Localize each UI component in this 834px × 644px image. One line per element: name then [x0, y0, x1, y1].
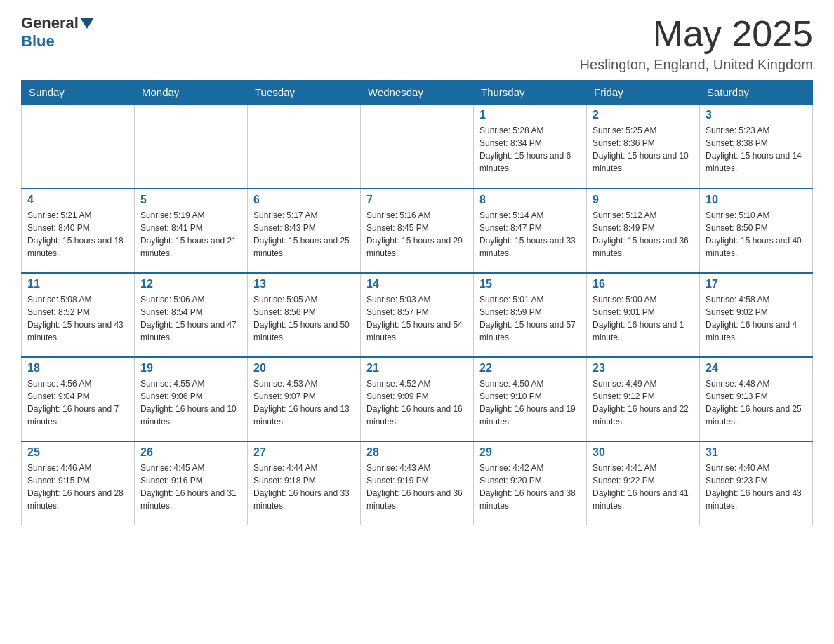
day-number: 15 [479, 278, 581, 290]
calendar-week-row: 11Sunrise: 5:08 AM Sunset: 8:52 PM Dayli… [22, 273, 813, 357]
day-number: 29 [479, 446, 581, 459]
day-number: 16 [593, 278, 694, 290]
day-info: Sunrise: 4:48 AM Sunset: 9:13 PM Dayligh… [706, 377, 807, 428]
calendar-cell: 25Sunrise: 4:46 AM Sunset: 9:15 PM Dayli… [22, 441, 135, 525]
day-number: 28 [366, 446, 468, 459]
page-header: General Blue May 2025 Heslington, Englan… [21, 14, 813, 73]
col-header-thursday: Thursday [474, 81, 587, 105]
day-info: Sunrise: 4:44 AM Sunset: 9:18 PM Dayligh… [253, 462, 355, 512]
col-header-saturday: Saturday [700, 81, 813, 105]
calendar-cell: 18Sunrise: 4:56 AM Sunset: 9:04 PM Dayli… [22, 357, 135, 441]
col-header-wednesday: Wednesday [361, 81, 474, 105]
day-number: 24 [706, 362, 807, 375]
day-info: Sunrise: 5:10 AM Sunset: 8:50 PM Dayligh… [706, 209, 807, 260]
day-info: Sunrise: 4:40 AM Sunset: 9:23 PM Dayligh… [706, 462, 807, 512]
calendar-week-row: 4Sunrise: 5:21 AM Sunset: 8:40 PM Daylig… [22, 189, 813, 273]
day-number: 3 [706, 109, 807, 121]
day-number: 27 [253, 446, 355, 459]
day-number: 19 [140, 362, 241, 375]
calendar-cell: 4Sunrise: 5:21 AM Sunset: 8:40 PM Daylig… [22, 189, 135, 273]
calendar-cell: 16Sunrise: 5:00 AM Sunset: 9:01 PM Dayli… [587, 273, 700, 357]
calendar-week-row: 25Sunrise: 4:46 AM Sunset: 9:15 PM Dayli… [22, 441, 813, 525]
calendar-cell: 7Sunrise: 5:16 AM Sunset: 8:45 PM Daylig… [361, 189, 474, 273]
day-info: Sunrise: 5:01 AM Sunset: 8:59 PM Dayligh… [479, 293, 581, 344]
calendar-cell: 8Sunrise: 5:14 AM Sunset: 8:47 PM Daylig… [474, 189, 587, 273]
calendar-cell: 26Sunrise: 4:45 AM Sunset: 9:16 PM Dayli… [135, 441, 248, 525]
logo-blue-text: Blue [21, 32, 55, 50]
day-info: Sunrise: 4:56 AM Sunset: 9:04 PM Dayligh… [27, 377, 128, 428]
day-number: 7 [366, 194, 468, 206]
day-info: Sunrise: 4:53 AM Sunset: 9:07 PM Dayligh… [253, 377, 355, 428]
calendar-cell [361, 105, 474, 189]
day-info: Sunrise: 4:46 AM Sunset: 9:15 PM Dayligh… [27, 462, 128, 512]
calendar-cell: 23Sunrise: 4:49 AM Sunset: 9:12 PM Dayli… [587, 357, 700, 441]
logo-general-text: General [21, 14, 79, 32]
calendar-week-row: 1Sunrise: 5:28 AM Sunset: 8:34 PM Daylig… [22, 105, 813, 189]
calendar-cell: 21Sunrise: 4:52 AM Sunset: 9:09 PM Dayli… [361, 357, 474, 441]
calendar-cell: 28Sunrise: 4:43 AM Sunset: 9:19 PM Dayli… [361, 441, 474, 525]
day-info: Sunrise: 4:42 AM Sunset: 9:20 PM Dayligh… [479, 462, 581, 512]
day-number: 6 [253, 194, 355, 206]
calendar-cell [135, 105, 248, 189]
day-info: Sunrise: 5:08 AM Sunset: 8:52 PM Dayligh… [27, 293, 128, 344]
day-number: 17 [706, 278, 807, 290]
day-number: 23 [593, 362, 694, 375]
day-number: 2 [593, 109, 694, 121]
day-number: 20 [253, 362, 355, 375]
logo-triangle-icon [80, 18, 94, 29]
month-title: May 2025 [580, 14, 813, 54]
day-number: 31 [706, 446, 807, 459]
day-number: 30 [593, 446, 694, 459]
day-number: 14 [366, 278, 468, 290]
day-info: Sunrise: 5:03 AM Sunset: 8:57 PM Dayligh… [366, 293, 468, 344]
calendar-cell: 2Sunrise: 5:25 AM Sunset: 8:36 PM Daylig… [587, 105, 700, 189]
calendar-cell: 31Sunrise: 4:40 AM Sunset: 9:23 PM Dayli… [700, 441, 813, 525]
col-header-sunday: Sunday [22, 81, 135, 105]
calendar-cell: 13Sunrise: 5:05 AM Sunset: 8:56 PM Dayli… [248, 273, 361, 357]
day-info: Sunrise: 5:12 AM Sunset: 8:49 PM Dayligh… [593, 209, 694, 260]
day-info: Sunrise: 5:28 AM Sunset: 8:34 PM Dayligh… [479, 124, 581, 175]
day-info: Sunrise: 4:49 AM Sunset: 9:12 PM Dayligh… [593, 377, 694, 428]
day-number: 21 [366, 362, 468, 375]
day-number: 8 [479, 194, 581, 206]
day-number: 4 [27, 194, 128, 206]
day-info: Sunrise: 4:43 AM Sunset: 9:19 PM Dayligh… [366, 462, 468, 512]
calendar-cell: 19Sunrise: 4:55 AM Sunset: 9:06 PM Dayli… [135, 357, 248, 441]
day-number: 13 [253, 278, 355, 290]
day-info: Sunrise: 4:41 AM Sunset: 9:22 PM Dayligh… [593, 462, 694, 512]
day-number: 1 [479, 109, 581, 121]
calendar-header-row: Sunday Monday Tuesday Wednesday Thursday… [22, 81, 813, 105]
day-number: 9 [593, 194, 694, 206]
calendar-cell: 6Sunrise: 5:17 AM Sunset: 8:43 PM Daylig… [248, 189, 361, 273]
calendar-week-row: 18Sunrise: 4:56 AM Sunset: 9:04 PM Dayli… [22, 357, 813, 441]
day-info: Sunrise: 5:17 AM Sunset: 8:43 PM Dayligh… [253, 209, 355, 260]
calendar-cell: 1Sunrise: 5:28 AM Sunset: 8:34 PM Daylig… [474, 105, 587, 189]
col-header-tuesday: Tuesday [248, 81, 361, 105]
day-number: 11 [27, 278, 128, 290]
day-number: 25 [27, 446, 128, 459]
calendar-cell: 24Sunrise: 4:48 AM Sunset: 9:13 PM Dayli… [700, 357, 813, 441]
day-info: Sunrise: 5:21 AM Sunset: 8:40 PM Dayligh… [27, 209, 128, 260]
calendar-cell [248, 105, 361, 189]
day-info: Sunrise: 4:45 AM Sunset: 9:16 PM Dayligh… [140, 462, 241, 512]
day-info: Sunrise: 5:14 AM Sunset: 8:47 PM Dayligh… [479, 209, 581, 260]
day-number: 10 [706, 194, 807, 206]
logo: General Blue [21, 14, 95, 51]
calendar-cell: 3Sunrise: 5:23 AM Sunset: 8:38 PM Daylig… [700, 105, 813, 189]
day-number: 26 [140, 446, 241, 459]
day-number: 12 [140, 278, 241, 290]
calendar-cell: 5Sunrise: 5:19 AM Sunset: 8:41 PM Daylig… [135, 189, 248, 273]
day-info: Sunrise: 5:19 AM Sunset: 8:41 PM Dayligh… [140, 209, 241, 260]
day-number: 22 [479, 362, 581, 375]
day-number: 5 [140, 194, 241, 206]
calendar-cell: 17Sunrise: 4:58 AM Sunset: 9:02 PM Dayli… [700, 273, 813, 357]
day-info: Sunrise: 5:06 AM Sunset: 8:54 PM Dayligh… [140, 293, 241, 344]
location-text: Heslington, England, United Kingdom [580, 57, 813, 73]
calendar-cell: 30Sunrise: 4:41 AM Sunset: 9:22 PM Dayli… [587, 441, 700, 525]
day-info: Sunrise: 5:05 AM Sunset: 8:56 PM Dayligh… [253, 293, 355, 344]
calendar-cell: 14Sunrise: 5:03 AM Sunset: 8:57 PM Dayli… [361, 273, 474, 357]
calendar-cell: 15Sunrise: 5:01 AM Sunset: 8:59 PM Dayli… [474, 273, 587, 357]
day-number: 18 [27, 362, 128, 375]
day-info: Sunrise: 5:00 AM Sunset: 9:01 PM Dayligh… [593, 293, 694, 344]
day-info: Sunrise: 4:52 AM Sunset: 9:09 PM Dayligh… [366, 377, 468, 428]
